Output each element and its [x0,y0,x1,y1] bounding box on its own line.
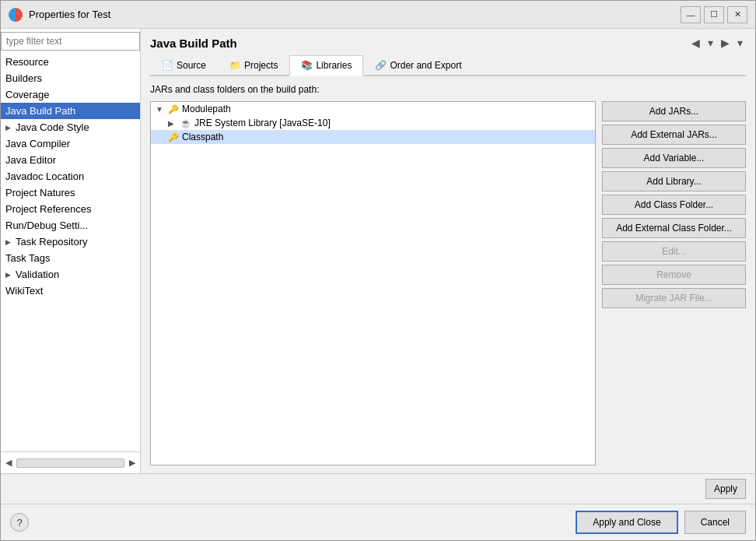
tree-label-modulepath: Modulepath [182,104,231,114]
sidebar: ResourceBuildersCoverageJava Build PathJ… [1,29,141,473]
add-class-folder-button[interactable]: Add Class Folder... [602,195,746,215]
right-panel: Java Build Path ◀ ▾ ▶ ▾ 📄Source📁Projects… [141,29,755,473]
add-external-jars-button[interactable]: Add External JARs... [602,125,746,145]
edit-button: Edit... [602,241,746,262]
nav-arrows: ◀ ▾ ▶ ▾ [688,35,746,51]
libraries-tab-label: Libraries [316,60,352,71]
sidebar-item-java-compiler[interactable]: Java Compiler [1,135,140,152]
window-title: Properties for Test [29,9,110,20]
sidebar-item-task-tags[interactable]: Task Tags [1,250,140,266]
buttons-panel: Add JARs...Add External JARs...Add Varia… [602,101,746,465]
scroll-right-arrow[interactable]: ▶ [128,456,137,469]
maximize-button[interactable]: ☐ [704,6,724,23]
scroll-track[interactable] [16,458,124,468]
sidebar-item-builders[interactable]: Builders [1,70,140,86]
footer-buttons: ? Apply and Close Cancel [1,504,755,540]
remove-button: Remove [602,265,746,285]
tree-item-jre-system[interactable]: ▶☕JRE System Library [JavaSE-10] [151,116,595,130]
tree-expand-modulepath: ▼ [156,105,165,114]
tree-label-classpath: Classpath [182,132,223,142]
sidebar-item-javadoc-location[interactable]: Javadoc Location [1,168,140,184]
add-library-button[interactable]: Add Library... [602,171,746,191]
content-description: JARs and class folders on the build path… [150,84,746,95]
nav-back-button[interactable]: ◀ [688,35,703,51]
source-tab-icon: 📄 [162,60,173,71]
nav-forward-button[interactable]: ▶ [718,35,733,51]
add-jars-button[interactable]: Add JARs... [602,101,746,121]
sidebar-item-validation[interactable]: Validation [1,266,140,283]
nav-forward-dropdown-button[interactable]: ▾ [734,35,746,51]
title-bar: Properties for Test — ☐ ✕ [1,1,755,29]
properties-window: Properties for Test — ☐ ✕ ResourceBuilde… [0,0,756,541]
tree-icon-classpath: 🔑 [168,132,179,142]
sidebar-item-java-editor[interactable]: Java Editor [1,152,140,168]
sidebar-item-java-code-style[interactable]: Java Code Style [1,119,140,135]
tree-item-classpath[interactable]: 🔑Classpath [151,130,595,144]
tree-icon-modulepath: 🔑 [168,104,179,114]
close-button[interactable]: ✕ [727,6,747,23]
sidebar-list: ResourceBuildersCoverageJava Build PathJ… [1,54,140,451]
projects-tab-icon: 📁 [229,60,241,71]
help-button[interactable]: ? [10,513,29,532]
cancel-button[interactable]: Cancel [684,511,746,534]
apply-close-button[interactable]: Apply and Close [576,511,677,534]
panel-title: Java Build Path [150,37,237,50]
build-path-area: ▼🔑Modulepath▶☕JRE System Library [JavaSE… [150,101,746,465]
sidebar-item-resource[interactable]: Resource [1,54,140,70]
tree-item-modulepath[interactable]: ▼🔑Modulepath [151,102,595,116]
add-external-class-folder-button[interactable]: Add External Class Folder... [602,218,746,238]
minimize-button[interactable]: — [681,6,701,23]
filter-input[interactable] [1,32,140,51]
sidebar-item-project-natures[interactable]: Project Natures [1,184,140,201]
sidebar-item-task-repository[interactable]: Task Repository [1,234,140,250]
footer: Apply ? Apply and Close Cancel [1,473,755,540]
title-bar-left: Properties for Test [9,8,110,22]
panel-header: Java Build Path ◀ ▾ ▶ ▾ [141,29,755,51]
sidebar-item-java-build-path[interactable]: Java Build Path [1,103,140,119]
apply-button[interactable]: Apply [705,479,746,499]
tab-libraries[interactable]: 📚Libraries [289,55,363,76]
order-export-tab-icon: 🔗 [375,60,387,71]
tree-expand-jre-system: ▶ [168,119,177,128]
libraries-tab-icon: 📚 [301,60,313,71]
tabs-bar: 📄Source📁Projects📚Libraries🔗Order and Exp… [150,55,746,76]
tab-projects[interactable]: 📁Projects [218,55,289,75]
scroll-left-arrow[interactable]: ◀ [4,456,13,469]
window-controls: — ☐ ✕ [681,6,747,23]
footer-right: Apply and Close Cancel [576,511,746,534]
tab-source[interactable]: 📄Source [150,55,218,75]
projects-tab-label: Projects [244,60,278,71]
tree-icon-jre-system: ☕ [180,118,191,128]
tab-order-export[interactable]: 🔗Order and Export [363,55,473,75]
main-content: ResourceBuildersCoverageJava Build PathJ… [1,29,755,473]
sidebar-item-project-references[interactable]: Project References [1,201,140,217]
tree-label-jre-system: JRE System Library [JavaSE-10] [194,118,331,128]
content-area: JARs and class folders on the build path… [141,76,755,473]
sidebar-item-wikitext[interactable]: WikiText [1,283,140,299]
tree-panel: ▼🔑Modulepath▶☕JRE System Library [JavaSE… [150,101,596,465]
sidebar-scroll-bar: ◀ ▶ [1,451,140,473]
order-export-tab-label: Order and Export [390,60,461,71]
sidebar-item-coverage[interactable]: Coverage [1,86,140,103]
apply-row: Apply [1,474,755,504]
sidebar-item-run-debug-settings[interactable]: Run/Debug Setti... [1,217,140,234]
source-tab-label: Source [177,60,206,71]
add-variable-button[interactable]: Add Variable... [602,148,746,168]
eclipse-icon [9,8,23,22]
migrate-jar-button: Migrate JAR File... [602,288,746,308]
nav-back-dropdown-button[interactable]: ▾ [705,35,716,51]
